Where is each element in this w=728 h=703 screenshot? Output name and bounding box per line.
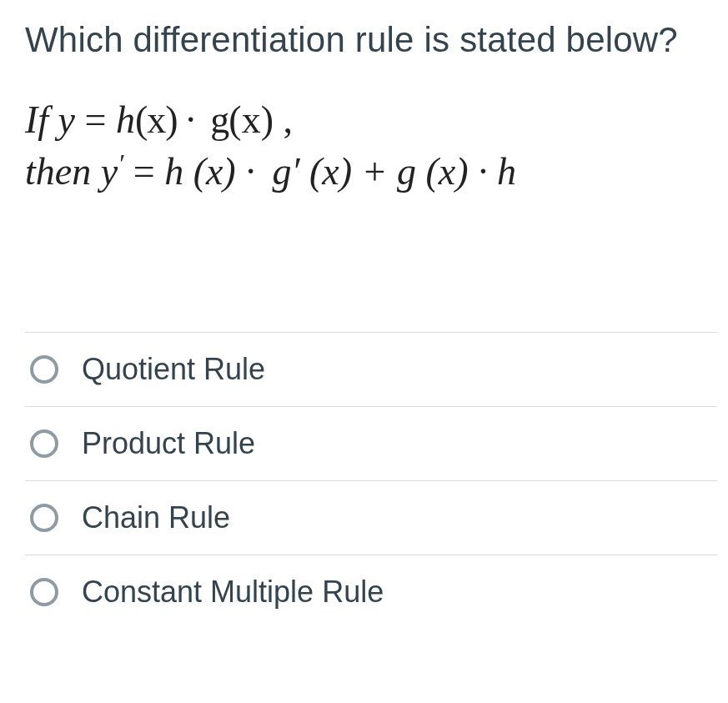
option-constant-multiple-rule[interactable]: Constant Multiple Rule (25, 555, 717, 629)
formula-line-1: If y = h(x) · g(x) , (25, 94, 728, 146)
option-label: Chain Rule (82, 500, 230, 535)
option-chain-rule[interactable]: Chain Rule (25, 480, 717, 555)
formula-line1-eq: = (75, 98, 116, 141)
radio-icon (30, 504, 58, 532)
formula-block: If y = h(x) · g(x) , then y′ = h (x) · g… (25, 94, 728, 198)
option-label: Product Rule (82, 426, 255, 461)
option-quotient-rule[interactable]: Quotient Rule (25, 332, 717, 406)
formula-line1-rhs-a: h (116, 98, 135, 141)
formula-line2-rhs: h (x) · g′ (x) + g (x) · h (164, 150, 516, 193)
formula-line1-rhs-b: (x) · g (135, 98, 228, 141)
option-label: Constant Multiple Rule (82, 575, 384, 610)
formula-line2-eq: = (123, 150, 164, 193)
quiz-container: Which differentiation rule is stated bel… (0, 0, 728, 629)
options-list: Quotient Rule Product Rule Chain Rule Co… (25, 332, 717, 629)
radio-icon (30, 578, 58, 606)
formula-line1-rhs-c: (x) , (228, 98, 293, 141)
radio-icon (30, 429, 58, 458)
formula-line-2: then y′ = h (x) · g′ (x) + g (x) · h (25, 146, 728, 198)
option-product-rule[interactable]: Product Rule (25, 406, 717, 480)
formula-line2-prime: ′ (119, 148, 125, 178)
radio-icon (30, 355, 58, 384)
question-text: Which differentiation rule is stated bel… (25, 15, 728, 66)
option-label: Quotient Rule (82, 352, 265, 387)
formula-line1-prefix: If y (25, 98, 75, 141)
formula-line2-prefix: then y (25, 150, 118, 193)
